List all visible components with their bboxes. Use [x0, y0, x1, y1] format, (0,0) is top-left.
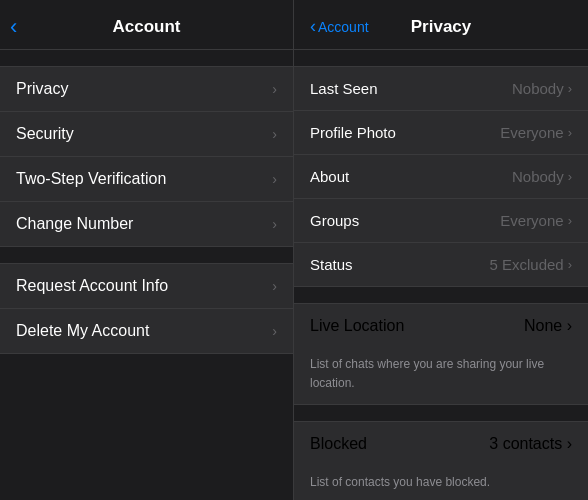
- groups-label: Groups: [310, 212, 359, 229]
- live-location-chevron: ›: [567, 317, 572, 334]
- change-number-item[interactable]: Change Number ›: [0, 202, 293, 246]
- last-seen-label: Last Seen: [310, 80, 378, 97]
- live-location-section: Live Location None › List of chats where…: [294, 303, 588, 405]
- left-title: Account: [113, 17, 181, 37]
- request-account-chevron: ›: [272, 278, 277, 294]
- last-seen-chevron: ›: [568, 81, 572, 96]
- right-content: Last Seen Nobody › Profile Photo Everyon…: [294, 50, 588, 500]
- live-location-item[interactable]: Live Location None ›: [294, 303, 588, 348]
- about-value: Nobody ›: [512, 168, 572, 185]
- privacy-settings-section: Last Seen Nobody › Profile Photo Everyon…: [294, 66, 588, 287]
- delete-account-label: Delete My Account: [16, 322, 149, 340]
- left-header: ‹ Account: [0, 0, 293, 50]
- back-label: Account: [318, 19, 369, 35]
- security-chevron: ›: [272, 126, 277, 142]
- live-location-label: Live Location: [310, 317, 404, 335]
- profile-photo-item[interactable]: Profile Photo Everyone ›: [294, 111, 588, 155]
- blocked-description: List of contacts you have blocked.: [294, 466, 588, 500]
- request-account-label: Request Account Info: [16, 277, 168, 295]
- two-step-item[interactable]: Two-Step Verification ›: [0, 157, 293, 202]
- left-back-button[interactable]: ‹: [10, 14, 17, 40]
- left-panel: ‹ Account Privacy › Security › Two-Step …: [0, 0, 294, 500]
- blocked-value: 3 contacts ›: [489, 435, 572, 453]
- right-panel: ‹ Account Privacy Last Seen Nobody › Pro…: [294, 0, 588, 500]
- status-label: Status: [310, 256, 353, 273]
- last-seen-item[interactable]: Last Seen Nobody ›: [294, 67, 588, 111]
- security-item[interactable]: Security ›: [0, 112, 293, 157]
- profile-photo-chevron: ›: [568, 125, 572, 140]
- live-location-value: None ›: [524, 317, 572, 335]
- profile-photo-value: Everyone ›: [500, 124, 572, 141]
- live-location-desc-text: List of chats where you are sharing your…: [310, 357, 544, 390]
- two-step-label: Two-Step Verification: [16, 170, 166, 188]
- change-number-chevron: ›: [272, 216, 277, 232]
- right-header: ‹ Account Privacy: [294, 0, 588, 50]
- privacy-label: Privacy: [16, 80, 68, 98]
- groups-value: Everyone ›: [500, 212, 572, 229]
- delete-account-chevron: ›: [272, 323, 277, 339]
- about-chevron: ›: [568, 169, 572, 184]
- two-step-chevron: ›: [272, 171, 277, 187]
- delete-account-item[interactable]: Delete My Account ›: [0, 309, 293, 353]
- blocked-item[interactable]: Blocked 3 contacts ›: [294, 421, 588, 466]
- last-seen-value: Nobody ›: [512, 80, 572, 97]
- groups-item[interactable]: Groups Everyone ›: [294, 199, 588, 243]
- profile-photo-label: Profile Photo: [310, 124, 396, 141]
- blocked-section: Blocked 3 contacts › List of contacts yo…: [294, 421, 588, 500]
- status-item[interactable]: Status 5 Excluded ›: [294, 243, 588, 286]
- right-title: Privacy: [411, 17, 472, 37]
- status-chevron: ›: [568, 257, 572, 272]
- live-location-description: List of chats where you are sharing your…: [294, 348, 588, 405]
- security-label: Security: [16, 125, 74, 143]
- change-number-label: Change Number: [16, 215, 133, 233]
- right-back-button[interactable]: ‹ Account: [310, 16, 369, 37]
- privacy-item[interactable]: Privacy ›: [0, 67, 293, 112]
- secondary-menu-section: Request Account Info › Delete My Account…: [0, 263, 293, 354]
- blocked-label: Blocked: [310, 435, 367, 453]
- groups-chevron: ›: [568, 213, 572, 228]
- blocked-chevron: ›: [567, 435, 572, 452]
- privacy-chevron: ›: [272, 81, 277, 97]
- about-item[interactable]: About Nobody ›: [294, 155, 588, 199]
- blocked-desc-text: List of contacts you have blocked.: [310, 475, 490, 489]
- request-account-item[interactable]: Request Account Info ›: [0, 264, 293, 309]
- main-menu-section: Privacy › Security › Two-Step Verificati…: [0, 66, 293, 247]
- back-chevron-icon: ‹: [310, 16, 316, 37]
- status-value: 5 Excluded ›: [489, 256, 572, 273]
- about-label: About: [310, 168, 349, 185]
